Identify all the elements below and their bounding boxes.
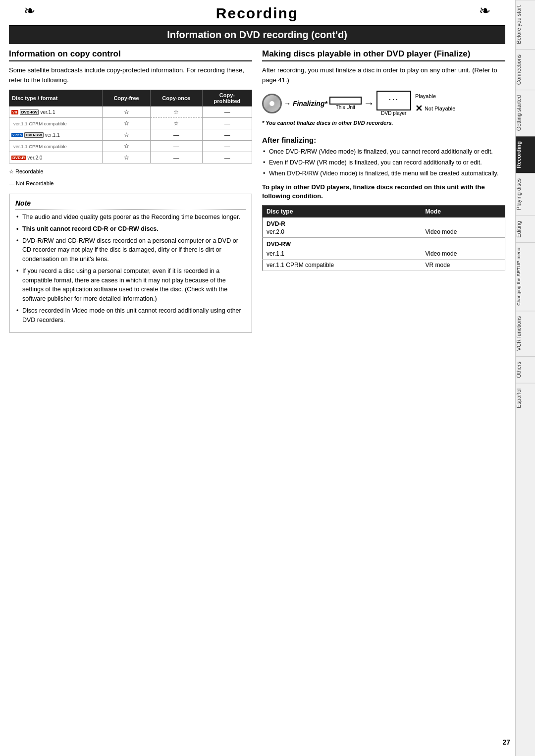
after-finalizing-list: Once DVD-R/RW (Video mode) is finalized,… xyxy=(262,147,505,178)
list-item: If you record a disc using a personal co… xyxy=(15,267,246,304)
table-cell-copy-once: — xyxy=(150,129,202,141)
note-list: The audio and video quality gets poorer … xyxy=(15,213,246,324)
table-row: ver.1.1 CPRM compatible VR mode xyxy=(263,259,505,270)
title-ornament-left: ❧ xyxy=(24,2,35,19)
not-playable-label: Not Playable xyxy=(425,106,455,111)
page-title-wrap: ❧ Recording ❧ xyxy=(9,0,505,26)
list-item: The audio and video quality gets poorer … xyxy=(15,213,246,222)
diagram-disc xyxy=(262,94,282,113)
x-mark-icon: ✕ xyxy=(415,103,423,114)
right-column: Making discs playable in other DVD playe… xyxy=(262,49,505,276)
playable-label: Playable xyxy=(415,93,455,99)
table-cell-copy-once: — xyxy=(150,141,202,152)
section-header: Information on DVD recording (cont'd) xyxy=(9,26,505,44)
page-number: 27 xyxy=(502,738,510,746)
table-cell-copy-prohibited: — xyxy=(202,129,252,141)
dvd-player-box: ··· xyxy=(376,91,411,110)
table-cell-copy-free: ☆ xyxy=(103,141,150,152)
disc-type-table: Disc type Mode DVD-R ver.2.0 Video mode … xyxy=(262,205,505,271)
dvd-rw-ver1: ver.1.1 xyxy=(263,248,422,260)
table-row: DVD-RW xyxy=(263,237,505,248)
arrow-icon: → xyxy=(364,97,374,110)
table-row: ver.2.0 Video mode xyxy=(263,228,505,238)
copy-control-intro: Some satellite broadcasts include copy-p… xyxy=(9,65,252,85)
finalize-note: * You cannot finalize discs in other DVD… xyxy=(262,120,393,126)
table-cell-copy-free: ☆ xyxy=(103,152,150,163)
note-title: Note xyxy=(15,199,246,210)
table-cell-copy-once: ☆ xyxy=(150,107,202,118)
this-unit-wrap: This Unit xyxy=(329,97,362,110)
sidebar-tab-playing-discs: Playing discs xyxy=(516,173,535,215)
after-finalizing-title: After finalizing: xyxy=(262,136,505,144)
dvd-rw-vr-mode: VR mode xyxy=(421,259,505,270)
table-cell-copy-once: ☆ xyxy=(150,118,202,129)
to-play-title: To play in other DVD players, finalize d… xyxy=(262,183,505,201)
this-unit-box xyxy=(329,97,362,105)
table-cell-copy-prohibited: — xyxy=(202,118,252,129)
disc-type-header: Disc type xyxy=(263,205,422,217)
left-column: Information on copy control Some satelli… xyxy=(9,49,252,332)
table-footnote-not-recordable: — Not Recordable xyxy=(9,179,252,188)
dvd-r-name: DVD-R xyxy=(263,217,422,228)
dvd-player-dots: ··· xyxy=(388,94,399,104)
list-item: When DVD-R/RW (Video mode) is finalized,… xyxy=(262,169,505,178)
table-cell-copy-prohibited: — xyxy=(202,152,252,163)
sidebar-tab-before-you-start: Before you start xyxy=(516,0,535,49)
list-item: Discs recorded in Video mode on this uni… xyxy=(15,306,246,325)
main-content: ❧ Recording ❧ Information on DVD recordi… xyxy=(0,0,514,332)
table-cell-copy-free: ☆ xyxy=(103,118,150,129)
dvd-r-mode-empty xyxy=(421,217,505,228)
making-discs-title: Making discs playable in other DVD playe… xyxy=(262,49,505,61)
sidebar-tab-others: Others xyxy=(516,356,535,383)
two-col-layout: Information on copy control Some satelli… xyxy=(9,49,505,332)
table-row: ver.1.1 CPRM compatible xyxy=(9,118,103,129)
dvd-r-video-mode: Video mode xyxy=(421,228,505,238)
table-header-copy-once: Copy-once xyxy=(150,90,202,107)
finalizing-label: → Finalizing* xyxy=(284,100,327,108)
copy-control-title: Information on copy control xyxy=(9,49,252,61)
table-row: DVD-R xyxy=(263,217,505,228)
dvd-rw-ver1-cprm: ver.1.1 CPRM compatible xyxy=(263,259,422,270)
list-item: Even if DVD-RW (VR mode) is finalized, y… xyxy=(262,158,505,167)
table-row: DVD-R ver.2.0 xyxy=(9,152,103,163)
dvd-rw-name: DVD-RW xyxy=(263,237,422,248)
dvd-player-wrap: ··· DVD player xyxy=(376,91,411,116)
making-intro: After recording, you must finalize a dis… xyxy=(262,65,505,85)
sidebar-tab-connections: Connections xyxy=(516,49,535,90)
table-header-disc-type: Disc type / format xyxy=(9,90,103,107)
table-row: ver.1.1 CPRM compatible xyxy=(9,141,103,152)
sidebar-tab-espanol: Español xyxy=(516,383,535,413)
table-header-copy-free: Copy-free xyxy=(103,90,150,107)
diagram-right-labels: Playable ✕ Not Playable xyxy=(415,93,455,114)
table-cell-copy-free: ☆ xyxy=(103,129,150,141)
dvd-player-label: DVD player xyxy=(381,110,406,116)
list-item: Once DVD-R/RW (Video mode) is finalized,… xyxy=(262,147,505,157)
right-sidebar: Before you start Connections Getting sta… xyxy=(515,0,535,756)
table-row: Video DVD-RW ver.1.1 xyxy=(9,129,103,141)
table-row: VR DVD-RW ver.1.1 xyxy=(9,107,103,118)
mode-header: Mode xyxy=(421,205,505,217)
title-ornament-right: ❧ xyxy=(479,2,490,19)
diagram-top-row: → Finalizing* This Unit → ··· DVD pl xyxy=(262,91,455,116)
table-cell-copy-once: — xyxy=(150,152,202,163)
disc-type-format-table: Disc type / format Copy-free Copy-once C… xyxy=(9,90,252,163)
note-box: Note The audio and video quality gets po… xyxy=(9,194,252,332)
list-item-bold: This unit cannot record CD-R or CD-RW di… xyxy=(15,224,246,234)
this-unit-label: This Unit xyxy=(336,105,355,110)
table-footnote-recordable: ☆ Recordable xyxy=(9,167,252,176)
finalizing-diagram: → Finalizing* This Unit → ··· DVD pl xyxy=(262,91,505,131)
dvd-rw-mode-empty xyxy=(421,237,505,248)
sidebar-tab-changing-setup: Changing the SETUP menu xyxy=(516,242,535,311)
list-item: DVD-R/RW and CD-R/RW discs recorded on a… xyxy=(15,236,246,264)
disc-icon xyxy=(262,94,282,113)
page-title: Recording xyxy=(216,5,298,21)
table-cell-copy-prohibited: — xyxy=(202,141,252,152)
sidebar-tab-getting-started: Getting started xyxy=(516,90,535,136)
table-cell-copy-prohibited: — xyxy=(202,107,252,118)
table-cell-copy-free: ☆ xyxy=(103,107,150,118)
table-row: ver.1.1 Video mode xyxy=(263,248,505,260)
dvd-rw-video-mode: Video mode xyxy=(421,248,505,260)
sidebar-tab-vcr-functions: VCR functions xyxy=(516,311,535,356)
dvd-r-ver: ver.2.0 xyxy=(263,228,422,238)
sidebar-tab-recording: Recording xyxy=(516,136,535,173)
